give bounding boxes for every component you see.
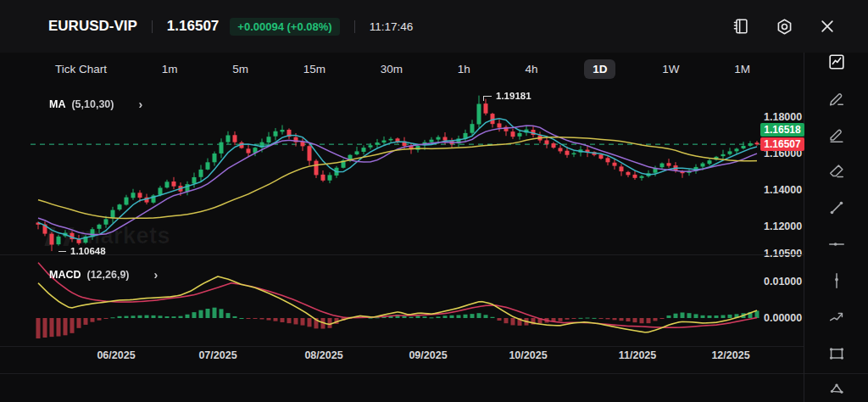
marker-icon[interactable]: [827, 126, 846, 144]
journal-icon[interactable]: [731, 16, 751, 36]
vertical-line-icon[interactable]: [827, 271, 846, 290]
macd-tick-label: 0.00000: [764, 311, 802, 325]
time-tick-label: 11/2025: [619, 349, 657, 361]
time-tick-label: 09/2025: [409, 349, 447, 361]
divider: [354, 20, 355, 33]
timeframe-1w[interactable]: 1W: [654, 59, 687, 79]
eraser-icon[interactable]: [827, 162, 846, 181]
price-change-badge: +0.00094 (+0.08%): [230, 18, 339, 36]
time-tick-label: 10/2025: [509, 349, 547, 361]
rectangle-icon[interactable]: [827, 344, 846, 363]
last-price: 1.16507: [167, 18, 219, 35]
close-icon[interactable]: [817, 16, 837, 36]
bid-price-badge: 1.16507: [760, 137, 804, 151]
chevron-right-icon: ›: [138, 98, 142, 110]
trading-app-window: EURUSD-VIP 1.16507 +0.00094 (+0.08%) 11:…: [0, 0, 868, 402]
macd-tick-label: 0.01000: [764, 275, 802, 288]
panel-divider: [0, 346, 804, 347]
horizontal-line-icon[interactable]: [827, 235, 846, 254]
ma-indicator-label[interactable]: MA (5,10,30) ›: [49, 98, 142, 110]
timeframe-1d[interactable]: 1D: [584, 59, 615, 79]
divider: [152, 20, 153, 33]
top-bar: EURUSD-VIP 1.16507 +0.00094 (+0.08%) 11:…: [0, 0, 868, 53]
settings-gear-icon[interactable]: [774, 16, 794, 36]
high-annotation: 1.19181: [483, 90, 531, 102]
drawing-toolbar: [804, 53, 868, 402]
timeframe-1m[interactable]: 1M: [726, 59, 759, 79]
ask-price-badge: 1.16518: [760, 123, 804, 137]
time-tick-label: 08/2025: [304, 349, 342, 361]
panel-divider: [0, 254, 804, 255]
chevron-right-icon: ›: [154, 269, 159, 281]
timeframe-5m[interactable]: 5m: [224, 59, 257, 79]
time-tick-label: 12/2025: [711, 349, 749, 361]
price-tick-label: 1.18000: [764, 110, 802, 124]
panel-divider: [0, 373, 868, 374]
symbol-title: EURUSD-VIP: [48, 18, 137, 35]
time-tick-label: 06/2025: [97, 349, 135, 361]
timeframe-30m[interactable]: 30m: [372, 59, 411, 79]
macd-indicator-label[interactable]: MACD (12,26,9) ›: [49, 269, 158, 281]
timeframe-1m[interactable]: 1m: [153, 59, 186, 79]
chart-style-icon[interactable]: [827, 53, 846, 71]
price-chart-canvas[interactable]: [0, 88, 760, 254]
timeframe-15m[interactable]: 15m: [295, 59, 334, 79]
timeframe-bar: Tick Chart1m5m15m30m1h4h1D1W1M: [47, 53, 759, 85]
timeframe-1h[interactable]: 1h: [449, 59, 479, 79]
arrow-line-icon[interactable]: [827, 308, 846, 327]
server-time: 11:17:46: [370, 20, 414, 33]
polygon-icon[interactable]: [827, 381, 846, 399]
price-tick-label: 1.12000: [764, 220, 802, 233]
trend-line-icon[interactable]: [827, 198, 846, 217]
topbar-actions: [731, 16, 837, 36]
pencil-icon[interactable]: [827, 89, 846, 108]
time-tick-label: 07/2025: [198, 349, 236, 361]
price-tick-label: 1.14000: [764, 183, 802, 197]
timeframe-4h[interactable]: 4h: [516, 59, 546, 79]
timeframe-tick-chart[interactable]: Tick Chart: [47, 59, 115, 79]
